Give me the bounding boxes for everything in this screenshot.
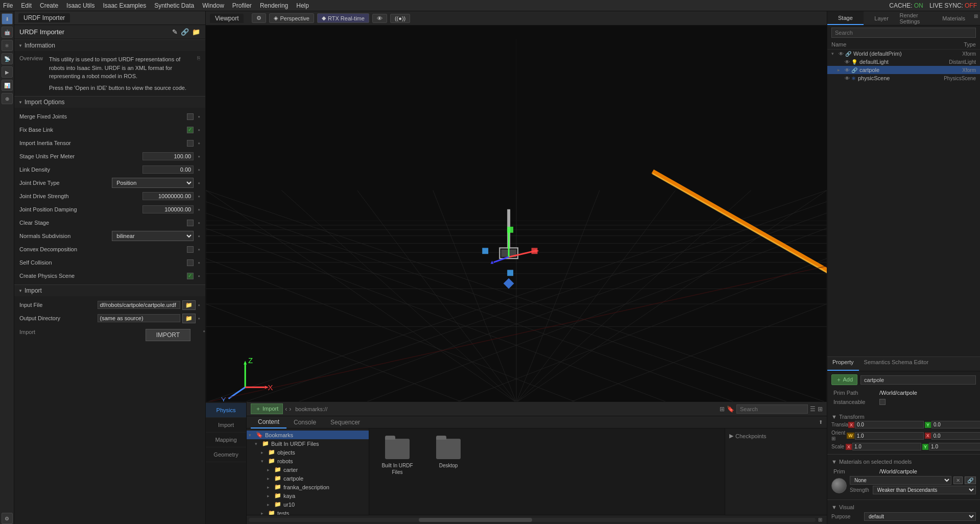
menu-create[interactable]: Create <box>40 2 58 9</box>
stage-tab[interactable]: Stage <box>827 11 864 25</box>
strength-select[interactable]: Weaker than Descendants Stronger than De… <box>873 486 976 494</box>
menu-isaac-examples[interactable]: Isaac Examples <box>103 2 146 9</box>
tree-item-cartpole[interactable]: ▸ 📁 cartpole <box>247 474 369 483</box>
urdf-importer-tab[interactable]: URDF Importer <box>18 13 70 22</box>
orient-x-input[interactable] <box>931 432 980 440</box>
stage-item-cartpole[interactable]: ▸ 👁 🔗 cartpole Xform <box>827 66 980 74</box>
create-physics-scene-dot[interactable]: ● <box>198 274 200 278</box>
materials-tab[interactable]: Materials <box>936 11 972 25</box>
scale-y-input[interactable] <box>929 443 980 450</box>
input-file-input[interactable] <box>98 301 181 309</box>
title-icon-edit[interactable]: ✎ <box>172 28 178 36</box>
layer-tab[interactable]: Layer <box>864 11 900 25</box>
self-collision-dot[interactable]: ● <box>198 260 200 265</box>
convex-decomposition-checkbox[interactable] <box>187 246 194 253</box>
bookmark-icon[interactable]: 🔖 <box>727 406 734 413</box>
joint-drive-type-select[interactable]: Position Velocity <box>112 178 194 188</box>
audio-btn[interactable]: ((●)) <box>390 14 410 23</box>
tree-item-kaya[interactable]: ▸ 📁 kaya <box>247 491 369 500</box>
import-section-header[interactable]: ▼ Import <box>14 284 205 296</box>
input-file-dot[interactable]: ● <box>198 303 200 307</box>
tree-item-objects[interactable]: ▸ 📁 objects <box>247 448 369 457</box>
input-file-browse-btn[interactable]: 📁 <box>182 300 196 310</box>
translate-x-input[interactable] <box>855 421 924 428</box>
stage-item-default-light[interactable]: 👁 💡 defaultLight DistantLight <box>827 58 980 66</box>
joint-position-damping-input[interactable] <box>142 205 194 213</box>
eye-btn[interactable]: 👁 <box>372 14 387 23</box>
merge-fixed-joints-dot[interactable]: ● <box>198 114 200 119</box>
transform-header[interactable]: ▼ Transform <box>831 412 976 421</box>
content-tab[interactable]: Content <box>251 416 286 428</box>
tree-item-franka[interactable]: ▸ 📁 franka_description <box>247 483 369 491</box>
material-clear-btn[interactable]: ✕ <box>953 477 963 484</box>
icon-data[interactable]: 📊 <box>2 80 13 91</box>
list-view-icon[interactable]: ☰ <box>810 406 816 413</box>
stage-item-physics-scene[interactable]: 👁 ⚛ physicScene PhysicsScene <box>827 74 980 82</box>
file-item-built-in-urdf[interactable]: Built In URDF Files <box>379 439 415 475</box>
icon-physics[interactable]: ⚛ <box>2 40 13 51</box>
import-options-section-header[interactable]: ▼ Import Options <box>14 96 205 108</box>
content-filter-icon[interactable]: ⊞ <box>818 406 823 413</box>
menu-rendering[interactable]: Rendering <box>260 2 288 9</box>
physics-side-tab[interactable]: Physics <box>206 403 246 418</box>
perspective-btn[interactable]: ◈ Perspective <box>269 13 314 23</box>
joint-drive-strength-dot[interactable]: ● <box>198 194 200 199</box>
joint-drive-type-dot[interactable]: ● <box>198 181 200 185</box>
nav-forward-btn[interactable]: › <box>289 406 291 413</box>
tree-item-ur10[interactable]: ▸ 📁 ur10 <box>247 500 369 509</box>
menu-synthetic-data[interactable]: Synthetic Data <box>154 2 194 9</box>
output-dir-dot[interactable]: ● <box>198 316 200 321</box>
tree-item-robots[interactable]: ▾ 📁 robots <box>247 457 369 465</box>
viewport-settings-btn[interactable]: ⚙ <box>252 13 266 23</box>
semantics-tab[interactable]: Semantics Schema Editor <box>859 357 934 371</box>
tree-item-built-in-urdf[interactable]: ▾ 📁 Built In URDF Files <box>247 439 369 448</box>
import-button[interactable]: IMPORT <box>146 329 190 341</box>
icon-robot[interactable]: 🤖 <box>2 27 13 38</box>
menu-help[interactable]: Help <box>296 2 309 9</box>
viewport-tab[interactable]: Viewport <box>210 14 244 23</box>
menu-isaac-utils[interactable]: Isaac Utils <box>66 2 94 9</box>
title-icon-folder[interactable]: 📁 <box>192 28 200 36</box>
content-import-btn[interactable]: ＋ Import <box>251 403 283 414</box>
menu-window[interactable]: Window <box>202 2 224 9</box>
stage-filter-icon[interactable]: ⊞ <box>972 11 980 25</box>
geometry-side-tab[interactable]: Geometry <box>206 447 246 462</box>
add-property-btn[interactable]: ＋ Add <box>831 374 857 385</box>
self-collision-checkbox[interactable] <box>187 259 194 266</box>
tree-item-bookmarks[interactable]: ▾ 🔖 Bookmarks <box>247 431 369 439</box>
icon-import[interactable]: ⬇ <box>2 13 13 25</box>
mapping-side-tab[interactable]: Mapping <box>206 433 246 447</box>
create-physics-scene-checkbox[interactable] <box>187 273 194 279</box>
menu-file[interactable]: File <box>3 2 13 9</box>
stage-item-world[interactable]: ▾ 👁 🔗 World (defaultPrim) Xform <box>827 50 980 58</box>
clear-stage-checkbox[interactable] <box>187 220 194 226</box>
tree-item-carter[interactable]: ▸ 📁 carter <box>247 465 369 474</box>
visual-header[interactable]: ▼ Visual <box>831 502 976 512</box>
import-inertia-tensor-checkbox[interactable] <box>187 140 194 147</box>
fix-base-link-checkbox[interactable] <box>187 127 194 133</box>
visual-purpose-select[interactable]: default render proxy guide <box>864 512 976 521</box>
icon-replicator[interactable]: ⊕ <box>2 93 13 104</box>
link-density-dot[interactable]: ● <box>198 168 200 172</box>
collapse-bottom-icon[interactable]: ⬆ <box>819 419 823 425</box>
sequencer-tab[interactable]: Sequencer <box>323 417 367 428</box>
content-search-input[interactable] <box>736 404 808 414</box>
materials-header[interactable]: ▼ Materials on selected models <box>831 457 976 467</box>
fix-base-link-dot[interactable]: ● <box>198 128 200 132</box>
import-dot[interactable]: ● <box>203 329 205 341</box>
output-dir-input[interactable] <box>98 314 181 322</box>
stage-units-dot[interactable]: ● <box>198 154 200 159</box>
tree-item-tests[interactable]: ▸ 📁 tests <box>247 509 369 515</box>
import-side-tab[interactable]: Import <box>206 418 246 433</box>
instanceable-checkbox[interactable] <box>879 399 886 405</box>
orient-w-input[interactable] <box>855 432 924 440</box>
filter-icon[interactable]: ⊞ <box>720 406 725 413</box>
output-dir-browse-btn[interactable]: 📁 <box>182 314 196 323</box>
merge-fixed-joints-checkbox[interactable] <box>187 113 194 120</box>
joint-drive-strength-input[interactable] <box>142 192 194 200</box>
scale-x-input[interactable] <box>852 443 921 450</box>
material-link-btn[interactable]: 🔗 <box>965 477 976 484</box>
menu-edit[interactable]: Edit <box>21 2 32 9</box>
prim-name-input[interactable] <box>861 375 976 385</box>
normals-subdivision-dot[interactable]: ● <box>198 234 200 239</box>
